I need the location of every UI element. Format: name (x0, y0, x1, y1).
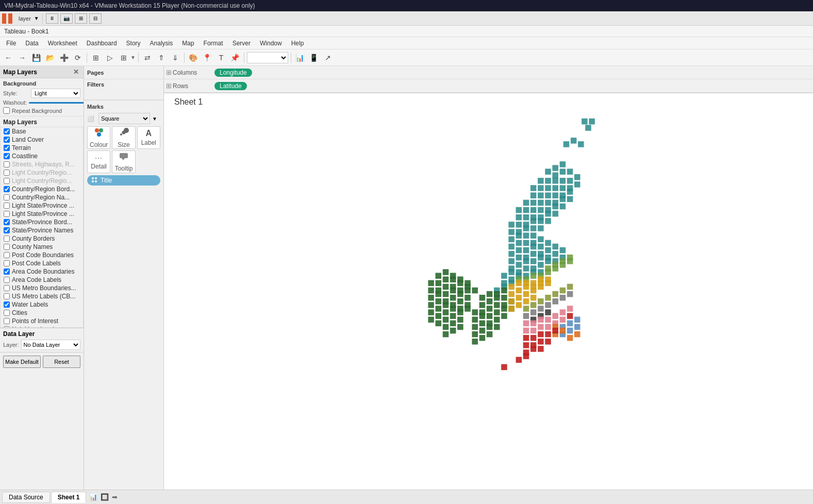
layer-area-boundaries[interactable]: Area Code Boundaries (3, 267, 81, 276)
save-btn[interactable]: 💾 (30, 52, 42, 64)
menu-window[interactable]: Window (256, 39, 286, 48)
layer-county-names-checkbox[interactable] (4, 244, 10, 250)
toolbar-arrows-btn[interactable]: ⟳ (72, 52, 84, 64)
layer-light-country1[interactable]: Light Country/Regio... (3, 169, 81, 177)
fit-dropdown[interactable] (247, 52, 288, 63)
layer-state-border-checkbox[interactable] (4, 219, 10, 225)
layer-postcode-labels-checkbox[interactable] (4, 260, 10, 266)
layer-county-borders-checkbox[interactable] (4, 236, 10, 242)
layer-country-border-checkbox[interactable] (4, 186, 10, 192)
menu-worksheet[interactable]: Worksheet (44, 39, 81, 48)
present-btn[interactable]: ▷ (104, 52, 116, 64)
size-btn[interactable]: Size (112, 126, 135, 149)
menu-story[interactable]: Story (122, 39, 145, 48)
layer-area-labels[interactable]: Area Code Labels (3, 276, 81, 284)
menu-dashboard[interactable]: Dashboard (82, 39, 121, 48)
share-btn[interactable]: ↗ (322, 52, 334, 64)
tooltip-btn[interactable]: Tooltip (112, 150, 135, 173)
new-datasource-btn[interactable]: 📂 (44, 52, 56, 64)
pin-btn[interactable]: 📌 (229, 52, 241, 64)
title-field[interactable]: Title (87, 175, 160, 186)
view-data-btn[interactable]: 📊 (294, 52, 306, 64)
layer-us-metro-labels[interactable]: US Metro Labels (CB... (3, 292, 81, 300)
repeat-checkbox[interactable] (3, 107, 10, 114)
reset-btn[interactable]: Reset (43, 356, 80, 368)
washout-slider[interactable] (29, 102, 84, 104)
menu-map[interactable]: Map (178, 39, 198, 48)
layer-streets[interactable]: Streets, Highways, R... (3, 160, 81, 169)
layer-land-cover-checkbox[interactable] (4, 137, 10, 143)
menu-data[interactable]: Data (21, 39, 42, 48)
sort-desc-btn[interactable]: ⇓ (169, 52, 181, 64)
layer-base-checkbox[interactable] (4, 128, 10, 135)
layer-chevron[interactable]: ▼ (34, 15, 39, 21)
marks-btn[interactable]: 📍 (201, 52, 213, 64)
layer-country-names-checkbox[interactable] (4, 194, 10, 200)
layer-county-borders[interactable]: County Borders (3, 234, 81, 243)
menu-format[interactable]: Format (200, 39, 227, 48)
data-source-tab[interactable]: Data Source (2, 492, 50, 503)
pause-btn[interactable]: ⏸ (46, 13, 58, 24)
layer-light-state2[interactable]: Light State/Province ... (3, 210, 81, 218)
show-cards-btn[interactable]: ⊞ (90, 52, 102, 64)
menu-analysis[interactable]: Analysis (146, 39, 177, 48)
menu-server[interactable]: Server (228, 39, 255, 48)
layer-area-labels-checkbox[interactable] (4, 277, 10, 283)
layer-light-country1-checkbox[interactable] (4, 170, 10, 176)
latitude-pill[interactable]: Latitude (214, 82, 247, 90)
label-btn[interactable]: T (215, 52, 227, 64)
layer-country-names[interactable]: Country/Region Na... (3, 193, 81, 201)
fit-btn[interactable]: ⊞ (75, 13, 87, 24)
layer-poi[interactable]: Points of Interest (3, 317, 81, 325)
next-sheet-icon[interactable]: ➡ (112, 493, 118, 501)
layer-terrain[interactable]: Terrain (3, 144, 81, 152)
layer-state-border[interactable]: State/Province Bord... (3, 218, 81, 226)
detail-btn[interactable]: ··· Detail (87, 150, 110, 173)
layer-streets-checkbox[interactable] (4, 161, 10, 167)
layer-county-names[interactable]: County Names (3, 243, 81, 251)
add-sheet-icon[interactable]: 📊 (89, 493, 97, 501)
sort-asc-btn[interactable]: ⇑ (155, 52, 168, 64)
colour-btn[interactable]: Colour (87, 126, 110, 149)
duplicate-sheet-icon[interactable]: 🔲 (101, 493, 109, 501)
layer-us-metro-labels-checkbox[interactable] (4, 293, 10, 299)
layer-cities[interactable]: Cities (3, 309, 81, 317)
data-layer-select[interactable]: No Data Layer (21, 340, 80, 350)
layer-land-cover[interactable]: Land Cover (3, 136, 81, 144)
sheet1-tab[interactable]: Sheet 1 (51, 492, 87, 503)
make-default-btn[interactable]: Make Default (3, 356, 41, 368)
layer-poi-checkbox[interactable] (4, 318, 10, 324)
layer-postcode-boundaries[interactable]: Post Code Boundaries (3, 251, 81, 259)
layer-postcode-labels[interactable]: Post Code Labels (3, 259, 81, 267)
layer-water-labels-checkbox[interactable] (4, 301, 10, 308)
layer-light-state1[interactable]: Light State/Province ... (3, 201, 81, 210)
menu-help[interactable]: Help (287, 39, 308, 48)
layer-us-metro-boundaries-checkbox[interactable] (4, 285, 10, 291)
add-datasource-btn[interactable]: ➕ (58, 52, 70, 64)
layer-state-names-checkbox[interactable] (4, 227, 10, 233)
menu-file[interactable]: File (2, 39, 20, 48)
layer-coastline-checkbox[interactable] (4, 153, 10, 159)
layer-coastline[interactable]: Coastline (3, 152, 81, 160)
layer-light-state1-checkbox[interactable] (4, 203, 10, 209)
style-select[interactable]: Light Normal Dark Streets Outdoors Satel… (31, 89, 80, 98)
layer-terrain-checkbox[interactable] (4, 145, 10, 151)
unity-btn[interactable]: ⊟ (89, 13, 102, 24)
layer-light-country2-checkbox[interactable] (4, 178, 10, 184)
label-btn-card[interactable]: A Label (137, 126, 160, 149)
layer-water-labels[interactable]: Water Labels (3, 300, 81, 309)
device-preview-btn[interactable]: 📱 (308, 52, 320, 64)
swap-btn[interactable]: ⇄ (141, 52, 154, 64)
layer-light-state2-checkbox[interactable] (4, 211, 10, 217)
redo-btn[interactable]: → (16, 52, 28, 64)
toolbar-grid-btn[interactable]: ⊞ (118, 52, 130, 64)
layer-cities-checkbox[interactable] (4, 310, 10, 316)
marks-type-select[interactable]: Square Circle Bar Line Area Shape Text M… (98, 113, 150, 124)
capture-btn[interactable]: 📷 (60, 13, 73, 24)
longitude-pill[interactable]: Longitude (214, 69, 252, 77)
color-btn[interactable]: 🎨 (187, 52, 200, 64)
layer-country-border[interactable]: Country/Region Bord... (3, 185, 81, 193)
layer-postcode-boundaries-checkbox[interactable] (4, 252, 10, 258)
layer-state-names[interactable]: State/Province Names (3, 226, 81, 234)
close-panel-btn[interactable]: ✕ (72, 68, 80, 76)
